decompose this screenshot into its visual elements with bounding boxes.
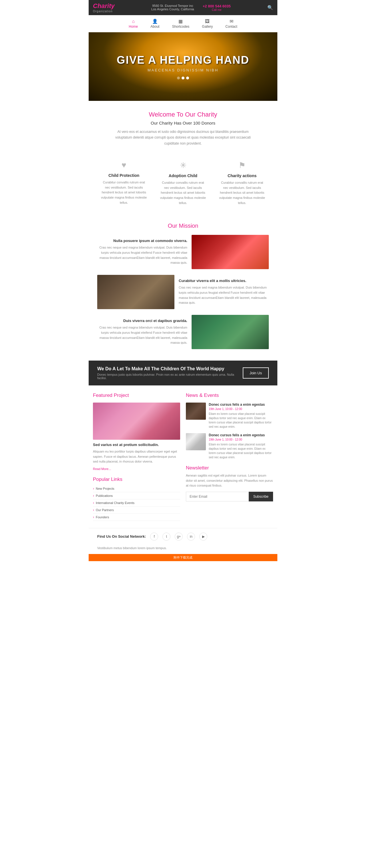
- welcome-subtitle: Our Charity Has Over 100 Donors: [100, 121, 266, 125]
- watermark: 附件下载完成: [89, 554, 277, 561]
- subscribe-button[interactable]: Subscribe: [249, 492, 273, 501]
- read-more-link[interactable]: Read More...: [93, 467, 111, 471]
- feature-text-3: Curabitur convallis rutrum erat nec vest…: [218, 180, 266, 206]
- hero-title: GIVE A HELPING HAND: [117, 54, 249, 66]
- news-heading-2: Donec cursus felis a enim egestas: [209, 433, 273, 437]
- popular-link-label-2: Publications: [96, 494, 113, 497]
- feature-title-2: Adoption Child: [159, 174, 207, 178]
- address-line2: Los Angeles County, California: [151, 7, 194, 11]
- home-icon: ⌂: [132, 19, 135, 24]
- hero-dot-1[interactable]: [177, 76, 180, 80]
- phone-block: +2 800 544 6035 Call me: [203, 4, 231, 11]
- arrow-icon: ›: [93, 494, 94, 498]
- popular-links-title: Popular Links: [93, 476, 180, 482]
- featured-project-section: Featured Project Sed varius est at preti…: [93, 393, 180, 471]
- featured-project-heading: Sed varius est at pretium sollicitudin.: [93, 442, 180, 447]
- nav-about-label: About: [150, 25, 159, 29]
- news-content-1: Donec cursus felis a enim egestas 19th J…: [209, 403, 273, 429]
- heart-icon: ♥: [100, 161, 148, 170]
- twitter-icon[interactable]: t: [162, 533, 170, 540]
- news-image-2: [186, 433, 206, 450]
- flag-icon: ⚑: [218, 161, 266, 170]
- nav-about[interactable]: 👤 About: [144, 15, 166, 32]
- feature-title-3: Charity actions: [218, 174, 266, 178]
- hero-subtitle: MAECENAS DIGNISSIM NIBH: [117, 68, 249, 72]
- news-date-1: 19th June 1, 10:00 - 12:00: [209, 407, 273, 410]
- hero-content: GIVE A HELPING HAND MAECENAS DIGNISSIM N…: [117, 54, 249, 80]
- hero-dot-3[interactable]: [186, 76, 189, 80]
- popular-links-section: Popular Links › New Projects › Publicati…: [93, 476, 180, 521]
- news-content-2: Donec cursus felis a enim egestas 19th J…: [209, 433, 273, 459]
- mission-row-1: Nulla posuere ipsum at commodo viverra. …: [97, 235, 269, 269]
- popular-link-label-4: Our Partners: [96, 508, 114, 512]
- search-icon[interactable]: 🔍: [268, 5, 273, 10]
- gallery-icon: 🖼: [205, 19, 209, 24]
- mission-section: Our Mission Nulla posuere ipsum at commo…: [89, 217, 277, 361]
- nav-home[interactable]: ⌂ Home: [122, 16, 144, 32]
- welcome-text: At vero eos et accusamus et iusto odio d…: [114, 129, 252, 146]
- mission-title: Our Mission: [97, 223, 269, 229]
- mission-image-2: [97, 275, 174, 309]
- popular-link-charity-events[interactable]: › International Charity Events: [93, 499, 180, 506]
- googleplus-icon[interactable]: g+: [175, 533, 183, 540]
- hero-dot-2[interactable]: [181, 76, 185, 80]
- feature-child-protection: ♥ Child Protection Curabitur convallis r…: [97, 158, 151, 208]
- social-text-block: Vestibulum metus bibendum lorem ipsum te…: [89, 546, 277, 554]
- logo-subtitle: Organization: [93, 10, 115, 13]
- cta-text-block: We Do A Let To Make All The Children Of …: [97, 366, 243, 380]
- mission-image-3: [192, 315, 269, 349]
- nav-shortcodes[interactable]: ▦ Shortcodes: [166, 15, 196, 32]
- phone-number: +2 800 544 6035: [203, 4, 231, 8]
- nav-gallery[interactable]: 🖼 Gallery: [196, 16, 219, 32]
- logo: Charity Organization: [93, 2, 115, 13]
- nav-gallery-label: Gallery: [202, 25, 213, 29]
- feature-text-2: Curabitur convallis rutrum erat nec vest…: [159, 180, 207, 206]
- hero-dots: [117, 76, 249, 80]
- about-icon: 👤: [152, 19, 158, 24]
- popular-link-founders[interactable]: › Founders: [93, 514, 180, 521]
- call-link[interactable]: Call me: [203, 8, 231, 11]
- address-block: 9560 St. Eiusmod Tempor inc Los Angeles …: [151, 4, 194, 11]
- news-date-2: 19th June 1, 10:00 - 12:00: [209, 438, 273, 441]
- arrow-icon: ›: [93, 508, 94, 512]
- newsletter-section: Newsletter Aenean sagittis est eget elit…: [186, 465, 273, 501]
- mission-body-1: Cras nec neque sed magna bibendum volutp…: [97, 245, 187, 265]
- navbar: ⌂ Home 👤 About ▦ Shortcodes 🖼 Gallery ✉ …: [89, 15, 277, 32]
- feature-title-1: Child Protection: [100, 173, 148, 178]
- header-contact: 9560 St. Eiusmod Tempor inc Los Angeles …: [151, 4, 231, 11]
- mission-text-3: Duis viverra orci et dapibus gravida. Cr…: [97, 318, 187, 345]
- nav-shortcodes-label: Shortcodes: [172, 25, 190, 29]
- welcome-title: Welcome To Our Charity: [100, 111, 266, 118]
- featured-project-text: Aliquam eu leo porttitor turpis dapibus …: [93, 449, 180, 464]
- news-item-2: Donec cursus felis a enim egestas 19th J…: [186, 433, 273, 459]
- address-line1: 9560 St. Eiusmod Tempor inc: [151, 4, 194, 7]
- popular-link-publications[interactable]: › Publications: [93, 492, 180, 499]
- popular-link-label-3: International Charity Events: [96, 501, 134, 504]
- two-column-section: Featured Project Sed varius est at preti…: [89, 385, 277, 528]
- feature-text-1: Curabitur convallis rutrum erat nec vest…: [100, 180, 148, 205]
- nav-contact[interactable]: ✉ Contact: [219, 15, 243, 32]
- nav-contact-label: Contact: [225, 25, 237, 29]
- mission-row-3: Duis viverra orci et dapibus gravida. Cr…: [97, 315, 269, 349]
- youtube-icon[interactable]: ▶: [199, 533, 207, 540]
- facebook-icon[interactable]: f: [150, 533, 158, 540]
- logo-name: Charity: [93, 2, 115, 10]
- popular-link-new-projects[interactable]: › New Projects: [93, 485, 180, 492]
- join-us-button[interactable]: Join Us: [243, 367, 269, 379]
- mission-row-2: Curabitur viverra elit a mollis ultricie…: [97, 275, 269, 309]
- linkedin-icon[interactable]: in: [187, 533, 195, 540]
- watermark-text: 附件下载完成: [174, 556, 192, 559]
- header: Charity Organization 9560 St. Eiusmod Te…: [89, 0, 277, 15]
- featured-project-title: Featured Project: [93, 393, 180, 398]
- email-input[interactable]: [186, 492, 249, 501]
- social-label: Find Us On Social Network:: [97, 534, 146, 538]
- news-heading-1: Donec cursus felis a enim egestas: [209, 403, 273, 407]
- social-footer: Find Us On Social Network: f t g+ in ▶: [89, 528, 277, 545]
- mission-text-2: Curabitur viverra elit a mollis ultricie…: [179, 279, 269, 305]
- left-column: Featured Project Sed varius est at preti…: [93, 393, 180, 521]
- popular-link-label-5: Founders: [96, 516, 109, 519]
- featured-project-image: [93, 403, 180, 440]
- welcome-section: Welcome To Our Charity Our Charity Has O…: [89, 101, 277, 152]
- feature-adoption: ✳ Adoption Child Curabitur convallis rut…: [157, 158, 210, 208]
- popular-link-partners[interactable]: › Our Partners: [93, 506, 180, 514]
